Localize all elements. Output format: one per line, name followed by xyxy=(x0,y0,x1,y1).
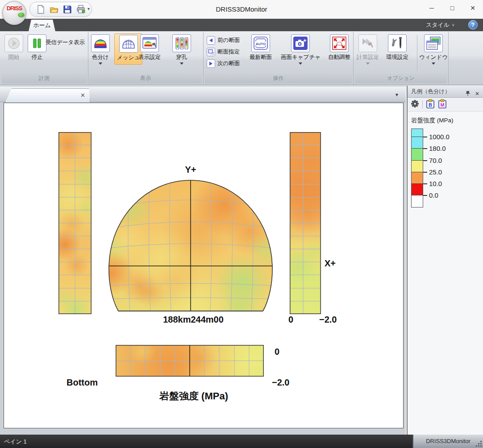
axis-label-x-plus: X+ xyxy=(325,258,336,269)
right-strip-end-label: −2.0 xyxy=(319,315,337,325)
group-caption-measure: 計測 xyxy=(2,73,87,83)
colorbar-tick xyxy=(423,148,427,149)
latest-section-button[interactable]: AUTO 最新断面 xyxy=(250,34,272,61)
colorbar-tick xyxy=(423,183,427,184)
dropdown-arrow-icon xyxy=(366,62,370,65)
help-button[interactable]: ? xyxy=(468,20,478,29)
screen-capture-button[interactable]: 画面キャプチャ xyxy=(281,34,321,65)
qat-customize-button[interactable]: ▾ xyxy=(87,6,90,11)
tab-home[interactable]: ホーム xyxy=(29,20,55,31)
stop-button[interactable]: 停止 xyxy=(28,34,46,61)
wrench-tools-icon xyxy=(388,34,407,52)
style-menu-button[interactable]: スタイル ˅ xyxy=(426,21,454,29)
group-caption-options: オプション xyxy=(355,73,447,83)
env-settings-button[interactable]: 環境設定 xyxy=(386,34,408,61)
drilling-button[interactable]: 穿孔 xyxy=(172,34,191,65)
colorbar-tick-label: 180.0 xyxy=(429,145,446,152)
fit-arrows-icon xyxy=(330,34,349,52)
colorbar-block xyxy=(411,137,423,149)
colorbar-tick xyxy=(423,172,427,173)
save-icon[interactable] xyxy=(63,5,72,14)
colorbar-tick-label: 25.0 xyxy=(429,168,442,176)
document-area: ✕ ▼ xyxy=(0,86,406,435)
color-dome-icon xyxy=(91,34,110,52)
application-menu-button[interactable]: DRISS 3D mo xyxy=(2,1,26,25)
plot-title: 岩盤強度 (MPa) xyxy=(116,390,272,403)
colorbar-block xyxy=(411,148,423,161)
resize-grip[interactable] xyxy=(480,445,482,447)
legend-toolbar: B M xyxy=(408,98,483,112)
clipboard-b-icon[interactable]: B xyxy=(426,99,435,110)
tab-close-icon[interactable]: ✕ xyxy=(80,92,85,99)
triangle-right-icon xyxy=(207,59,215,68)
colorbar-block xyxy=(411,195,423,207)
axis-label-y-plus: Y+ xyxy=(181,165,200,175)
close-button[interactable]: ✕ xyxy=(462,0,483,16)
station-label: 188km244m00 xyxy=(149,315,238,325)
dropdown-arrow-icon xyxy=(180,62,183,65)
document-tab[interactable]: ✕ xyxy=(5,88,90,102)
legend-close-icon[interactable]: ✕ xyxy=(475,88,479,100)
group-caption-operate: 操作 xyxy=(205,73,352,83)
svg-text:B: B xyxy=(429,102,432,108)
group-caption-display: 表示 xyxy=(89,73,202,83)
minimize-button[interactable]: ─ xyxy=(421,0,442,16)
legend-scale-title: 岩盤強度 (MPa) xyxy=(411,116,483,124)
legend-panel-title: 凡例（色分け） xyxy=(411,88,450,95)
colorbar-tick xyxy=(423,137,427,137)
window-menu-button[interactable]: ウィンドウ xyxy=(419,34,448,65)
camera-icon xyxy=(291,34,310,52)
ribbon-group-display: 色分け メッシュ xyxy=(88,32,204,84)
pin-icon[interactable] xyxy=(465,89,471,101)
bottom-zero-label: 0 xyxy=(275,347,279,357)
dropdown-arrow-icon xyxy=(299,62,302,65)
pause-icon xyxy=(28,34,46,52)
colorbar-tick-label: 1000.0 xyxy=(429,133,450,141)
status-app-label: DRISS3DMonitor xyxy=(412,435,483,448)
gear-icon[interactable] xyxy=(411,100,419,110)
prev-section-button[interactable]: 前の断面 xyxy=(207,35,240,45)
colorbar-block xyxy=(411,160,423,172)
print-icon[interactable] xyxy=(76,5,85,14)
right-strip-zero-label: 0 xyxy=(288,315,293,325)
svg-text:M: M xyxy=(440,102,444,108)
view-settings-button[interactable]: 表示設定 xyxy=(138,34,161,61)
triangle-left-icon xyxy=(207,36,215,45)
ribbon-group-options: 計算設定 環境設定 xyxy=(354,32,449,84)
new-document-icon[interactable] xyxy=(36,5,45,14)
tab-list-dropdown-icon[interactable]: ▼ xyxy=(395,92,399,97)
play-icon xyxy=(4,34,23,52)
bottom-strip-label: Bottom xyxy=(67,377,98,388)
maximize-button[interactable]: □ xyxy=(442,0,462,16)
colorbar-block xyxy=(411,172,423,184)
bottom-strip-heatmap xyxy=(116,345,264,377)
chevron-down-icon: ˅ xyxy=(452,23,454,28)
toolbar-separator xyxy=(422,100,423,108)
logo-text: DRISS xyxy=(3,6,25,11)
document-tab-strip: ✕ ▼ xyxy=(0,87,406,102)
ribbon-group-operate: 前の断面 断面指定 次の断面 xyxy=(204,32,354,84)
colorbar-tick xyxy=(423,195,427,196)
visualization-canvas[interactable]: Y+ X+ 188km244m00 0 −2.0 Bottom 0 −2.0 岩… xyxy=(4,103,404,428)
bottom-end-label: −2.0 xyxy=(272,377,289,388)
calc-settings-button[interactable]: 計算設定 xyxy=(357,34,379,65)
section-window-icon xyxy=(207,48,215,56)
dropdown-arrow-icon xyxy=(432,62,435,65)
legend-panel: 凡例（色分け） ✕ xyxy=(407,86,483,435)
colorbar-block xyxy=(411,183,423,195)
dropdown-arrow-icon xyxy=(99,62,102,65)
next-section-button[interactable]: 次の断面 xyxy=(207,58,240,68)
ribbon-group-measure: 開始 停止 受信データ表示 計測 xyxy=(1,32,88,84)
ribbon-tab-row xyxy=(0,19,483,31)
left-strip-heatmap xyxy=(58,132,92,314)
quick-access-toolbar xyxy=(29,2,92,17)
start-button[interactable]: 開始 xyxy=(4,34,23,61)
auto-adjust-button[interactable]: 自動調整 xyxy=(328,34,350,61)
colorize-button[interactable]: 色分け xyxy=(91,34,110,65)
receive-data-button[interactable]: 受信データ表示 xyxy=(46,39,85,46)
colorbar-tick-label: 0.0 xyxy=(429,191,438,199)
pick-section-button[interactable]: 断面指定 xyxy=(207,47,240,57)
clipboard-m-icon[interactable]: M xyxy=(438,99,447,110)
open-file-icon[interactable] xyxy=(50,5,58,14)
mesh-dome-icon xyxy=(119,35,138,53)
